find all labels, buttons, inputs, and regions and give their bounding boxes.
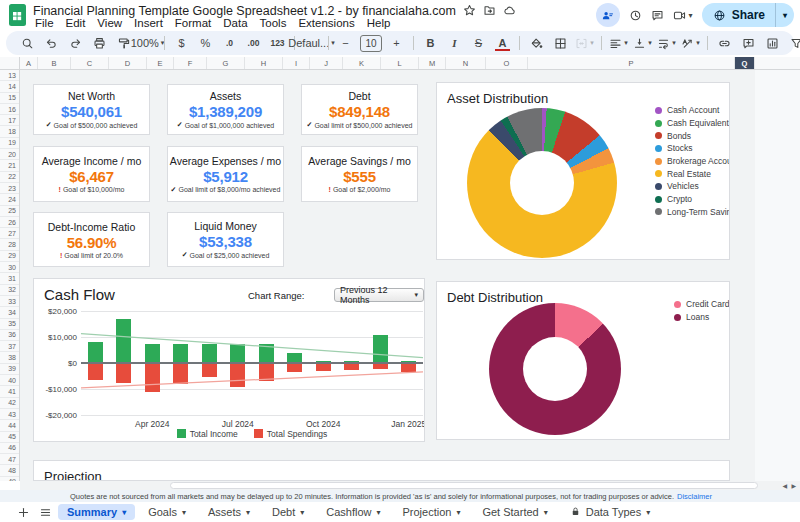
row-header-28[interactable]: 28 <box>0 239 19 250</box>
column-header-I[interactable]: I <box>283 57 310 69</box>
column-header-J[interactable]: J <box>310 57 343 69</box>
column-header-P[interactable]: P <box>528 57 735 69</box>
presenter-button[interactable] <box>596 3 620 27</box>
menu-view[interactable]: View <box>91 17 128 30</box>
column-header-C[interactable]: C <box>71 57 109 69</box>
column-header-B[interactable]: B <box>38 57 71 69</box>
strikethrough-button[interactable]: S <box>467 34 490 53</box>
format-as-percent-button[interactable]: % <box>194 34 217 53</box>
scroll-right-button[interactable]: ▶ <box>791 482 796 490</box>
search-button[interactable] <box>16 34 39 53</box>
row-header-33[interactable]: 33 <box>0 296 19 307</box>
row-header-18[interactable]: 18 <box>0 126 19 137</box>
menu-insert[interactable]: Insert <box>128 17 169 30</box>
row-header-13[interactable]: 13 <box>0 70 19 81</box>
row-header-47[interactable]: 47 <box>0 454 19 465</box>
row-header-35[interactable]: 35 <box>0 319 19 330</box>
row-header-31[interactable]: 31 <box>0 273 19 284</box>
menu-data[interactable]: Data <box>217 17 253 30</box>
create-filter-button[interactable] <box>785 34 800 53</box>
kpi-card[interactable]: Liquid Money$53,338✓Goal of $25,000 achi… <box>167 212 284 267</box>
add-sheet-button[interactable] <box>14 503 32 521</box>
sheet-tab-summary[interactable]: Summary▾ <box>58 504 135 520</box>
row-header-37[interactable]: 37 <box>0 341 19 352</box>
row-header-34[interactable]: 34 <box>0 307 19 318</box>
star-icon[interactable] <box>463 4 476 17</box>
version-history-button[interactable] <box>629 9 642 22</box>
column-header-N[interactable]: N <box>446 57 486 69</box>
menu-extensions[interactable]: Extensions <box>292 17 360 30</box>
select-all-corner[interactable] <box>0 57 20 70</box>
cloud-status-icon[interactable] <box>503 4 516 17</box>
row-header-24[interactable]: 24 <box>0 194 19 205</box>
column-header-O[interactable]: O <box>486 57 528 69</box>
column-header-L[interactable]: L <box>381 57 419 69</box>
menu-edit[interactable]: Edit <box>60 17 92 30</box>
cash-flow-panel[interactable]: Cash Flow Chart Range: Previous 12 Month… <box>33 278 425 442</box>
row-header-46[interactable]: 46 <box>0 443 19 454</box>
comments-button[interactable] <box>651 9 664 22</box>
row-header-23[interactable]: 23 <box>0 183 19 194</box>
row-header-32[interactable]: 32 <box>0 285 19 296</box>
column-header-E[interactable]: E <box>147 57 174 69</box>
font-size-button[interactable]: 10 <box>360 35 382 52</box>
horizontal-scrollbar[interactable]: ◀ ▶ <box>20 481 800 490</box>
kpi-card[interactable]: Average Income / mo$6,467!Goal of $10,00… <box>33 146 150 202</box>
column-header-G[interactable]: G <box>207 57 245 69</box>
scrollbar-thumb[interactable] <box>170 482 758 489</box>
column-header-D[interactable]: D <box>109 57 147 69</box>
sheet-grid[interactable]: Net Worth$540,061✓Goal of $500,000 achie… <box>20 70 800 481</box>
row-header-16[interactable]: 16 <box>0 104 19 115</box>
borders-button[interactable] <box>549 34 572 53</box>
row-header-19[interactable]: 19 <box>0 138 19 149</box>
meet-button[interactable]: ▾ <box>673 9 693 22</box>
share-dropdown-caret[interactable]: ▾ <box>775 3 794 27</box>
kpi-card[interactable]: Debt-Income Ratio56.90%!Goal limit of 20… <box>33 212 150 267</box>
row-header-21[interactable]: 21 <box>0 160 19 171</box>
sheet-tab-data-types[interactable]: Data Types▾ <box>561 504 659 521</box>
vertical-align-button[interactable]: ▾ <box>631 34 654 53</box>
row-header-38[interactable]: 38 <box>0 352 19 363</box>
insert-link-button[interactable] <box>713 34 736 53</box>
chart-range-select[interactable]: Previous 12 Months ▾ <box>334 288 424 302</box>
increase-decimal-places-button[interactable]: .00 <box>242 34 265 53</box>
projection-panel[interactable]: Projection $2,500,000 <box>33 460 730 481</box>
all-sheets-button[interactable] <box>36 503 54 521</box>
sheet-tab-cashflow[interactable]: Cashflow▾ <box>317 504 389 520</box>
scroll-left-button[interactable]: ◀ <box>782 482 787 490</box>
row-header-17[interactable]: 17 <box>0 115 19 126</box>
menu-tools[interactable]: Tools <box>254 17 293 30</box>
move-folder-icon[interactable] <box>483 4 496 17</box>
text-wrapping-button[interactable]: ▾ <box>655 34 678 53</box>
italic-button[interactable]: I <box>443 34 466 53</box>
kpi-card[interactable]: Assets$1,389,209✓Goal of $1,000,000 achi… <box>167 84 284 135</box>
bold-button[interactable]: B <box>419 34 442 53</box>
format-as-currency-button[interactable]: $ <box>170 34 193 53</box>
sheet-tab-assets[interactable]: Assets▾ <box>199 504 259 520</box>
row-header-26[interactable]: 26 <box>0 217 19 228</box>
row-header-15[interactable]: 15 <box>0 93 19 104</box>
sheet-tab-debt[interactable]: Debt▾ <box>263 504 313 520</box>
text-color-button[interactable]: A <box>491 34 514 53</box>
merge-cells-button[interactable]: ▾ <box>573 34 596 53</box>
horizontal-align-button[interactable]: ▾ <box>607 34 630 53</box>
zoom-button[interactable]: 100%▾ <box>136 34 159 53</box>
column-header-A[interactable]: A <box>20 57 38 69</box>
menu-format[interactable]: Format <box>169 17 217 30</box>
row-header-27[interactable]: 27 <box>0 228 19 239</box>
undo-button[interactable] <box>40 34 63 53</box>
sheet-tab-get-started[interactable]: Get Started▾ <box>473 504 556 520</box>
row-header-49[interactable]: 49 <box>0 477 19 481</box>
kpi-card[interactable]: Net Worth$540,061✓Goal of $500,000 achie… <box>33 84 150 135</box>
row-header-44[interactable]: 44 <box>0 420 19 431</box>
sheets-logo-icon[interactable] <box>9 4 26 26</box>
column-header-K[interactable]: K <box>343 57 381 69</box>
disclaimer-link[interactable]: Disclaimer <box>677 492 712 501</box>
kpi-card[interactable]: Average Expenses / mo$5,912✓Goal limit o… <box>167 146 284 202</box>
row-header-39[interactable]: 39 <box>0 364 19 375</box>
row-header-25[interactable]: 25 <box>0 206 19 217</box>
increase-font-size-button[interactable]: + <box>385 34 408 53</box>
row-header-22[interactable]: 22 <box>0 172 19 183</box>
row-header-41[interactable]: 41 <box>0 386 19 397</box>
row-header-29[interactable]: 29 <box>0 251 19 262</box>
